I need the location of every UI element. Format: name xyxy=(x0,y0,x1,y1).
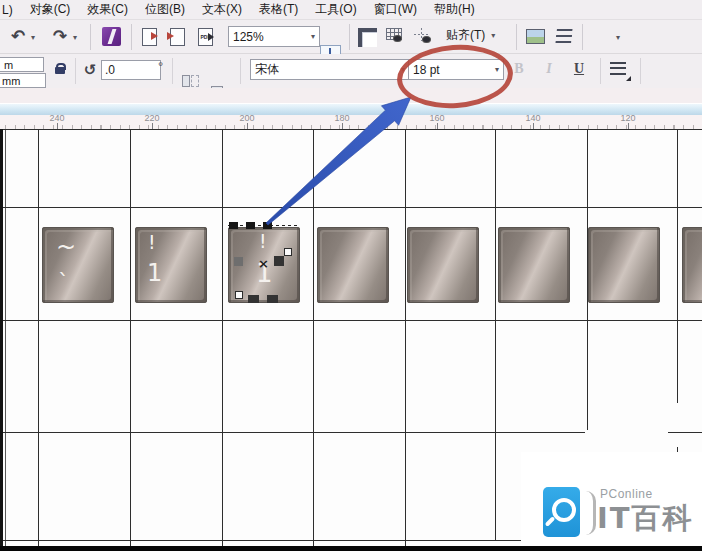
selection-handle[interactable] xyxy=(284,248,292,256)
zoom-level-combo[interactable]: 125% ▾ xyxy=(228,26,320,47)
rotation-angle-field[interactable]: .0 xyxy=(101,60,161,80)
undo-icon[interactable]: ↶ xyxy=(8,26,28,46)
menu-item-tools[interactable]: 工具(O) xyxy=(315,1,356,18)
grid-line-horizontal xyxy=(3,207,702,208)
toolbar-separator xyxy=(131,24,132,50)
text-alignment-button[interactable] xyxy=(610,62,632,82)
italic-button[interactable]: I xyxy=(538,58,560,80)
rotate-icon[interactable]: ↺ xyxy=(82,61,98,79)
keycap-blank[interactable] xyxy=(498,227,570,303)
ruler-tick-label: 140 xyxy=(520,113,546,123)
menu-item-help[interactable]: 帮助(H) xyxy=(434,1,475,18)
redo-dropdown-icon[interactable]: ▾ xyxy=(73,33,77,42)
app-launch-icon[interactable] xyxy=(102,27,121,46)
app-window: L) 对象(C) 效果(C) 位图(B) 文本(X) 表格(T) 工具(O) 窗… xyxy=(0,0,702,551)
selection-center-x-icon[interactable]: × xyxy=(258,257,269,270)
snap-to-button[interactable]: 贴齐(T) ▾ xyxy=(446,27,495,44)
eye-icon xyxy=(422,36,431,43)
toolbar-separator xyxy=(600,58,601,84)
menu-item-object[interactable]: 对象(C) xyxy=(30,1,71,18)
grid-line-horizontal xyxy=(3,432,585,433)
horizontal-ruler[interactable]: 240 220 200 180 160 140 120 xyxy=(0,115,702,129)
grid-line-vertical xyxy=(222,129,223,546)
keycap-tilde[interactable]: ~ ` xyxy=(42,227,114,303)
menu-item-partial[interactable]: L) xyxy=(2,3,13,17)
font-family-combo[interactable]: 宋体 ▾ xyxy=(250,59,410,80)
property-bar: m mm ↺ .0 ° 宋体 ▾ 18 pt ▾ B I U xyxy=(0,54,702,89)
selection-handle[interactable] xyxy=(248,295,259,303)
lock-ratio-icon[interactable] xyxy=(55,67,65,74)
selection-handle[interactable] xyxy=(267,295,278,303)
publish-pdf-icon[interactable]: PDF xyxy=(198,28,213,46)
menu-item-effects[interactable]: 效果(C) xyxy=(87,1,128,18)
ruler-tick-label: 180 xyxy=(329,113,355,123)
selection-handle[interactable] xyxy=(263,222,272,229)
watermark-title: IT百科 xyxy=(597,499,694,539)
export-icon[interactable] xyxy=(170,28,185,46)
ruler-tick-label: 200 xyxy=(234,113,260,123)
menu-item-table[interactable]: 表格(T) xyxy=(259,1,298,18)
toolbar-separator xyxy=(90,24,91,50)
undo-dropdown-icon[interactable]: ▾ xyxy=(31,33,35,42)
toolbar-separator xyxy=(75,58,76,84)
toolbar-separator xyxy=(240,58,241,84)
keycap-blank[interactable] xyxy=(682,227,702,303)
watermark-bracket xyxy=(584,491,596,535)
selection-handle[interactable] xyxy=(274,256,284,266)
ruler-tick-label: 120 xyxy=(615,113,641,123)
toolbar-separator xyxy=(640,58,641,84)
object-width-field[interactable]: m xyxy=(0,57,44,72)
selection-handle[interactable] xyxy=(235,291,243,299)
keycap-1[interactable]: ! 1 xyxy=(135,227,207,303)
grid-line-horizontal xyxy=(3,540,532,541)
chevron-down-icon: ▾ xyxy=(491,31,495,40)
selection-handle[interactable] xyxy=(229,222,238,229)
eye-icon xyxy=(393,35,402,42)
zoom-level-value: 125% xyxy=(233,30,264,44)
grid-line-stub xyxy=(668,432,702,433)
keycap-blank[interactable] xyxy=(588,227,660,303)
mirror-horizontal-icon[interactable] xyxy=(182,74,199,88)
menu-bar: L) 对象(C) 效果(C) 位图(B) 文本(X) 表格(T) 工具(O) 窗… xyxy=(0,0,702,20)
chevron-down-icon[interactable]: ▾ xyxy=(616,33,620,42)
ruler-tick-label: 160 xyxy=(424,113,450,123)
keycap-blank[interactable] xyxy=(407,227,479,303)
table-left-border xyxy=(5,129,6,546)
menu-item-window[interactable]: 窗口(W) xyxy=(374,1,417,18)
grid-line-vertical xyxy=(313,129,314,546)
grid-line-vertical xyxy=(38,129,39,546)
toolbar-separator xyxy=(172,58,173,84)
rulers-toggle-icon[interactable] xyxy=(358,28,377,47)
grid-line-vertical xyxy=(677,129,678,403)
menu-item-text[interactable]: 文本(X) xyxy=(202,1,242,18)
object-height-field[interactable]: mm xyxy=(0,73,46,88)
ruler-tick-label: 240 xyxy=(44,113,70,123)
dropdown-corner-icon xyxy=(626,76,631,81)
window-left-edge xyxy=(0,129,3,546)
grid-line-horizontal xyxy=(3,320,702,321)
toolbar-separator xyxy=(582,24,583,50)
grid-line-vertical xyxy=(495,129,496,540)
image-adjust-icon[interactable] xyxy=(526,29,545,44)
grid-line-vertical xyxy=(405,129,406,546)
guidelines-visibility-icon[interactable] xyxy=(414,28,429,41)
document-gap xyxy=(0,88,702,103)
selection-handle[interactable] xyxy=(246,222,255,229)
toolbar-separator xyxy=(516,24,517,50)
toolbar-separator xyxy=(349,24,350,50)
redo-icon[interactable]: ↷ xyxy=(50,26,70,46)
selection-handle[interactable] xyxy=(234,257,243,266)
keycap-blank[interactable] xyxy=(317,227,389,303)
watermark-logo-icon xyxy=(543,487,580,537)
grid-line-vertical xyxy=(130,129,131,546)
magnifier-icon xyxy=(552,498,576,522)
import-icon[interactable] xyxy=(142,28,157,46)
chevron-down-icon: ▾ xyxy=(311,32,315,41)
underline-button[interactable]: U xyxy=(568,58,590,80)
ruler-tick-label: 220 xyxy=(139,113,165,123)
grid-line-horizontal xyxy=(3,129,702,130)
options-icon[interactable] xyxy=(555,29,572,43)
grid-visibility-icon[interactable] xyxy=(386,28,402,40)
font-family-value: 宋体 xyxy=(255,61,279,78)
menu-item-bitmaps[interactable]: 位图(B) xyxy=(145,1,185,18)
